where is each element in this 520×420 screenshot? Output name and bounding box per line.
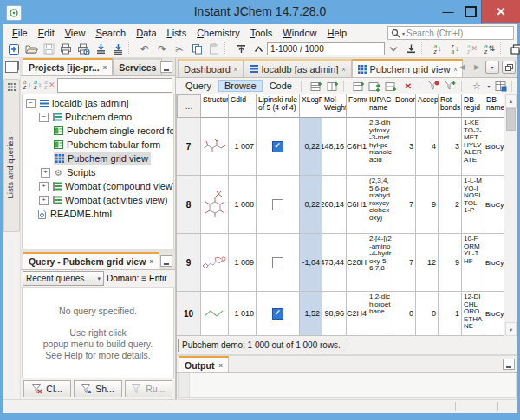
row-range-field[interactable] (267, 42, 385, 55)
search-dropdown-icon[interactable]: ▾ (402, 30, 405, 36)
cell-lipinski[interactable] (257, 292, 300, 336)
column-header-cdid[interactable]: CdId (229, 94, 257, 118)
tab-dashboard[interactable]: Dashboardx (178, 59, 244, 77)
vertical-scrollbar[interactable]: ▲ ▼ (504, 94, 517, 336)
sort-by-name-icon[interactable]: az↓ (23, 80, 31, 90)
unsort-icon[interactable]: az✕ (44, 80, 55, 90)
custom-sort-icon[interactable]: az⇅ (481, 42, 498, 56)
dock-windows-icon[interactable] (5, 61, 18, 73)
tree-item-wombat-activities[interactable]: + Wombat (activities view) (23, 193, 173, 207)
column-header-molweight[interactable]: Mol Weight (322, 94, 347, 118)
cut-icon[interactable]: ✂ (171, 42, 188, 56)
checkbox-checked[interactable] (272, 141, 283, 152)
last-row-icon[interactable] (402, 42, 419, 56)
tab-pubchem-grid-view[interactable]: Pubchem grid viewx (352, 59, 464, 77)
clear-query-button[interactable]: Cl... (23, 380, 71, 397)
tree-item-single-record-form[interactable]: Pubchem single record form (23, 124, 173, 138)
delete-record-icon[interactable]: ✕ (400, 80, 416, 93)
menu-file[interactable]: File (7, 26, 33, 40)
expand-icon[interactable]: + (39, 196, 49, 205)
lists-and-queries-tab[interactable]: Lists and queries (3, 79, 20, 232)
cell-lipinski[interactable] (257, 234, 300, 292)
tab-list-dropdown-icon[interactable]: ▾ (485, 61, 499, 74)
menu-view[interactable]: View (60, 26, 91, 40)
new-icon[interactable] (5, 42, 23, 56)
cascade-windows-icon[interactable] (508, 42, 520, 56)
scrollbar-thumb[interactable] (506, 108, 516, 131)
tab-services[interactable]: Services (113, 58, 162, 75)
column-header-rot-bonds[interactable]: Rot bonds (439, 94, 462, 118)
expand-icon[interactable]: + (39, 182, 49, 191)
maximize-view-icon[interactable] (502, 61, 516, 74)
tree-item-localdb[interactable]: − localdb [as admin] (23, 96, 173, 110)
copy-icon[interactable] (188, 42, 205, 56)
menu-lists[interactable]: Lists (162, 26, 192, 40)
checkbox-unchecked[interactable] (272, 257, 283, 268)
column-header-db-regid[interactable]: DB regid (462, 94, 484, 118)
column-header-acceptors[interactable]: Acceptor (416, 94, 439, 118)
sort-ascending-icon[interactable]: az↓ (429, 42, 446, 56)
previous-row-icon[interactable] (250, 42, 267, 56)
clear-sort-icon[interactable]: az✕ (464, 42, 481, 56)
filter-add-icon[interactable] (443, 80, 458, 93)
print-preview-icon[interactable] (75, 42, 92, 56)
menu-chemistry[interactable]: Chemistry (192, 26, 245, 40)
tab-browse-view[interactable]: Browse (218, 80, 263, 92)
domain-value[interactable]: Entir (149, 274, 167, 283)
show-query-button[interactable]: Sh... (74, 380, 121, 397)
column-header-structure[interactable]: Structure (201, 94, 229, 118)
insert-row-icon[interactable] (325, 80, 341, 93)
tree-item-pubchem-demo[interactable]: − Pubchem demo (23, 110, 173, 124)
menu-edit[interactable]: Edit (33, 26, 60, 40)
tab-close-icon[interactable]: x (218, 362, 222, 369)
menu-data[interactable]: Data (131, 26, 161, 40)
scroll-tabs-right-icon[interactable]: ▶ (471, 61, 483, 73)
save-icon[interactable] (40, 42, 57, 56)
tab-projects[interactable]: Projects [ijc-pr...x (23, 58, 113, 75)
scroll-down-icon[interactable]: ▼ (505, 322, 517, 336)
recent-queries-dropdown[interactable]: Recent queries... ▾ (23, 271, 104, 286)
sort-by-type-icon[interactable]: az↓ (34, 80, 42, 90)
column-header-iupac[interactable]: IUPAC name (367, 94, 393, 118)
tab-code-view[interactable]: Code (263, 80, 298, 92)
table-row[interactable]: 9 1 009 -1,04 473,44 C20H23N7O7 2-[4-[(2… (177, 234, 517, 292)
range-dropdown-icon[interactable] (385, 42, 402, 56)
append-record-icon[interactable] (384, 80, 400, 93)
tree-item-readme[interactable]: README.html (23, 207, 173, 221)
collapse-icon[interactable]: − (39, 113, 49, 122)
search-input[interactable]: ▾ Search (Ctrl+I) (387, 26, 514, 40)
menu-tools[interactable]: Tools (245, 26, 278, 40)
collapse-icon[interactable]: − (26, 99, 36, 108)
expand-icon[interactable]: + (41, 168, 50, 178)
tab-query-view[interactable]: Query (179, 80, 218, 92)
duplicate-record-icon[interactable] (367, 80, 383, 93)
star-dropdown-icon[interactable]: ▾ (485, 80, 492, 93)
new-record-icon[interactable] (351, 80, 367, 93)
favorites-star-icon[interactable]: ☆ (469, 80, 484, 93)
maximize-button[interactable] (459, 0, 482, 23)
checkbox-unchecked[interactable] (272, 199, 283, 210)
undo-icon[interactable]: ↶ (136, 42, 153, 56)
add-row-icon[interactable] (309, 80, 324, 93)
tree-item-grid-view[interactable]: Pubchem grid view (23, 152, 173, 165)
minimize-button[interactable]: — (437, 0, 459, 23)
import-append-icon[interactable] (109, 42, 127, 56)
tree-item-scripts[interactable]: + ⚙ Scripts (23, 165, 173, 179)
menu-window[interactable]: Window (277, 26, 322, 40)
table-row[interactable]: 7 1 007 0,22 148,16 C6H12O4 2,3-dihydrox… (177, 118, 517, 176)
column-header-donors[interactable]: Donors (393, 94, 416, 118)
tab-close-icon[interactable]: x (149, 258, 153, 265)
sort-descending-icon[interactable]: za↓ (446, 42, 464, 56)
tree-item-wombat-compound[interactable]: + Wombat (compound view) (23, 179, 173, 193)
table-row[interactable]: 8 1 008 0,22 260,14 C6H13O9P (2,3,4,5,6-… (177, 176, 517, 234)
table-row[interactable]: 10 1 010 1,52 98,96 C2H4Cl2 1,2-dichloro… (177, 292, 517, 336)
import-icon[interactable] (92, 42, 109, 56)
open-folder-icon[interactable] (23, 42, 40, 56)
projects-filter-input[interactable] (57, 78, 172, 93)
tab-close-icon[interactable]: x (342, 66, 346, 73)
tab-close-icon[interactable]: x (103, 64, 107, 71)
minimize-panel-icon[interactable] (160, 61, 172, 73)
cell-lipinski[interactable] (257, 118, 300, 176)
column-header-xlogp[interactable]: XLogP (300, 94, 322, 118)
print-icon[interactable] (57, 42, 75, 56)
